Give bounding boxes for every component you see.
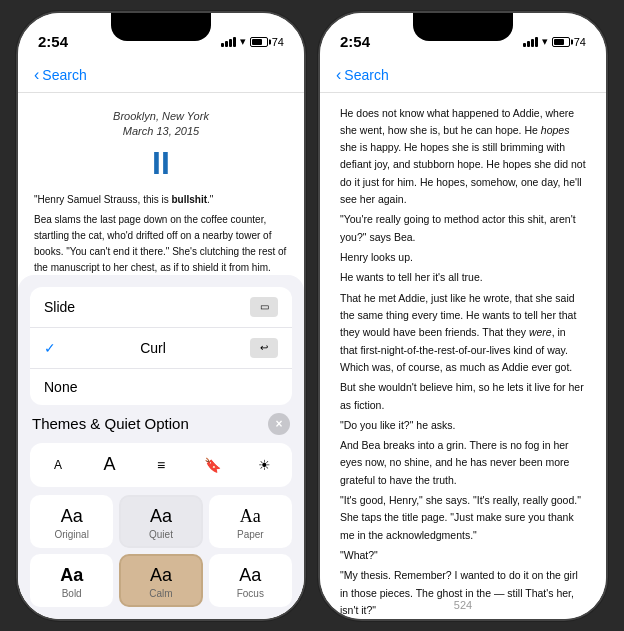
right-back-chevron-icon: ‹ [336, 66, 341, 84]
left-time: 2:54 [38, 33, 68, 50]
signal-bars-icon [221, 37, 236, 47]
left-nav-bar: ‹ Search [18, 59, 304, 93]
checkmark-icon: ✓ [44, 340, 56, 356]
right-para-3: Henry looks up. [340, 249, 586, 266]
theme-quiet-label: Quiet [149, 529, 173, 540]
theme-bold-label: Bold [62, 588, 82, 599]
right-para-11: "My thesis. Remember? I wanted to do it … [340, 567, 586, 618]
right-para-9: "It's good, Henry," she says. "It's real… [340, 492, 586, 544]
phones-container: 2:54 ▾ 74 ‹ Search Brooklyn, [0, 0, 624, 631]
book-text-right: He does not know what happened to Addie,… [340, 105, 586, 619]
left-notch [111, 13, 211, 41]
right-status-bar: 2:54 ▾ 74 [320, 13, 606, 59]
scroll-options: Slide ▭ ✓ Curl ↩ None [30, 287, 292, 405]
curl-icon: ↩ [250, 338, 278, 358]
battery-icon [250, 37, 268, 47]
font-increase-button[interactable]: A [94, 449, 126, 481]
themes-grid: Aa Original Aa Quiet Aa Paper Aa Bold [30, 495, 292, 607]
right-nav-bar: ‹ Search [320, 59, 606, 93]
themes-title: Themes & Quiet Option [32, 415, 189, 432]
right-battery-icon [552, 37, 570, 47]
scroll-option-slide[interactable]: Slide ▭ [30, 287, 292, 328]
bookmark-button[interactable]: 🔖 [197, 449, 229, 481]
brightness-button[interactable]: ☀ [248, 449, 280, 481]
theme-quiet-sample: Aa [150, 507, 172, 525]
right-para-8: And Bea breaks into a grin. There is no … [340, 437, 586, 489]
left-status-icons: ▾ 74 [221, 35, 284, 48]
theme-focus-sample: Aa [239, 566, 261, 584]
none-label: None [44, 379, 77, 395]
scroll-option-none[interactable]: None [30, 369, 292, 405]
theme-original[interactable]: Aa Original [30, 495, 113, 548]
back-chevron-icon: ‹ [34, 66, 39, 84]
right-para-2: "You're really going to method actor thi… [340, 211, 586, 246]
right-back-label: Search [344, 67, 388, 83]
toolbar-row: A A ≡ 🔖 ☀ [30, 443, 292, 487]
theme-original-label: Original [54, 529, 88, 540]
overlay-panel: Slide ▭ ✓ Curl ↩ None Themes & Quiet Opt… [18, 275, 304, 619]
right-para-5: That he met Addie, just like he wrote, t… [340, 290, 586, 377]
page-number: 524 [454, 599, 472, 611]
left-book-content: Brooklyn, New YorkMarch 13, 2015 II "Hen… [18, 93, 304, 619]
back-label: Search [42, 67, 86, 83]
themes-header: Themes & Quiet Option × [30, 413, 292, 435]
right-battery-level: 74 [574, 36, 586, 48]
right-signal-bars-icon [523, 37, 538, 47]
theme-focus-label: Focus [237, 588, 264, 599]
book-header: Brooklyn, New YorkMarch 13, 2015 II [34, 109, 288, 183]
battery-level: 74 [272, 36, 284, 48]
right-para-7: "Do you like it?" he asks. [340, 417, 586, 434]
right-para-6: But she wouldn't believe him, so he lets… [340, 379, 586, 414]
right-status-icons: ▾ 74 [523, 35, 586, 48]
theme-focus[interactable]: Aa Focus [209, 554, 292, 607]
book-para-1: "Henry Samuel Strauss, this is bullshit.… [34, 192, 288, 208]
right-back-button[interactable]: ‹ Search [336, 66, 389, 84]
slide-label: Slide [44, 299, 75, 315]
format-button[interactable]: ≡ [145, 449, 177, 481]
right-book-content: He does not know what happened to Addie,… [320, 93, 606, 619]
scroll-option-curl[interactable]: ✓ Curl ↩ [30, 328, 292, 369]
theme-paper-label: Paper [237, 529, 264, 540]
right-notch [413, 13, 513, 41]
font-decrease-button[interactable]: A [42, 449, 74, 481]
right-para-4: He wants to tell her it's all true. [340, 269, 586, 286]
left-status-bar: 2:54 ▾ 74 [18, 13, 304, 59]
book-location: Brooklyn, New YorkMarch 13, 2015 [34, 109, 288, 140]
left-phone: 2:54 ▾ 74 ‹ Search Brooklyn, [16, 11, 306, 621]
right-time: 2:54 [340, 33, 370, 50]
theme-calm-sample: Aa [150, 566, 172, 584]
right-wifi-icon: ▾ [542, 35, 548, 48]
wifi-icon: ▾ [240, 35, 246, 48]
slide-icon: ▭ [250, 297, 278, 317]
theme-bold-sample: Aa [60, 566, 83, 584]
theme-original-sample: Aa [61, 507, 83, 525]
book-chapter: II [34, 145, 288, 182]
left-back-button[interactable]: ‹ Search [34, 66, 87, 84]
theme-calm-label: Calm [149, 588, 172, 599]
right-para-1: He does not know what happened to Addie,… [340, 105, 586, 209]
close-button[interactable]: × [268, 413, 290, 435]
theme-quiet[interactable]: Aa Quiet [119, 495, 202, 548]
curl-label: Curl [140, 340, 166, 356]
theme-calm[interactable]: Aa Calm [119, 554, 202, 607]
theme-paper[interactable]: Aa Paper [209, 495, 292, 548]
theme-bold[interactable]: Aa Bold [30, 554, 113, 607]
right-para-10: "What?" [340, 547, 586, 564]
right-phone: 2:54 ▾ 74 ‹ Search He does n [318, 11, 608, 621]
theme-paper-sample: Aa [240, 507, 261, 525]
